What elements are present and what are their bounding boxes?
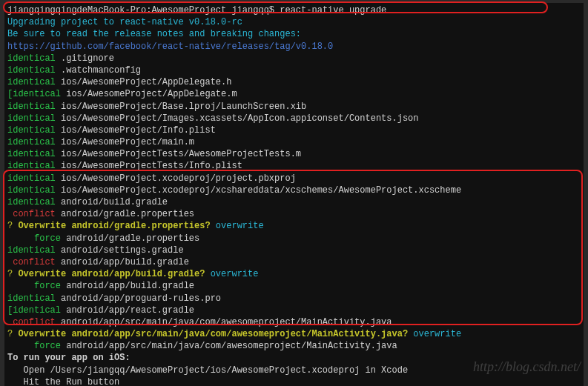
overwrite-question: Overwrite android/app/build.gradle?	[13, 269, 205, 279]
release-url: https://github.com/facebook/react-native…	[7, 41, 333, 52]
file-path: android/app/build.gradle	[61, 281, 194, 291]
status-identical: identical	[7, 149, 56, 159]
file-path: android/app/react.gradle	[61, 305, 194, 316]
run-ios-header: To run your app on iOS:	[7, 352, 581, 364]
overwrite-question: Overwrite android/gradle.properties?	[13, 221, 210, 231]
status-identical: [identical	[7, 305, 61, 316]
file-path: android/app/src/main/java/com/awesomepro…	[56, 317, 392, 327]
overwrite-answer: overwrite	[408, 329, 461, 339]
upgrade-msg: Upgrading project to react-native v0.18.…	[7, 16, 581, 28]
status-identical: identical	[7, 161, 56, 171]
overwrite-question: Overwrite android/app/src/main/java/com/…	[13, 329, 408, 339]
file-path: ios/AwesomeProject/AppDelegate.h	[56, 77, 232, 87]
file-path: ios/AwesomeProject/Base.lproj/LaunchScre…	[56, 102, 306, 112]
file-path: .gitignore	[56, 53, 114, 64]
notes-msg: Be sure to read the release notes and br…	[7, 28, 581, 40]
command-text: react-native upgrade	[280, 5, 386, 16]
file-path: ios/AwesomeProject/Info.plist	[56, 125, 216, 136]
status-identical: identical	[7, 197, 56, 207]
status-conflict: conflict	[7, 317, 56, 327]
file-path: ios/AwesomeProjectTests/AwesomeProjectTe…	[56, 149, 301, 159]
file-path: android/build.gradle	[56, 197, 168, 207]
status-identical: identical	[7, 102, 56, 112]
status-identical: identical	[7, 53, 56, 64]
status-force: force	[7, 233, 61, 244]
status-conflict: conflict	[7, 257, 56, 267]
file-path: ios/AwesomeProject.xcodeproj/xcshareddat…	[56, 185, 461, 196]
run-ios-step: Hit the Run button	[7, 376, 581, 386]
status-identical: identical	[7, 185, 56, 196]
file-path: ios/AwesomeProject/main.m	[56, 137, 194, 147]
status-identical: identical	[7, 65, 56, 76]
file-path: android/app/build.gradle	[56, 257, 189, 267]
status-conflict: conflict	[7, 209, 56, 219]
file-path: .watchmanconfig	[56, 65, 141, 76]
status-force: force	[7, 281, 61, 291]
file-path: ios/AwesomeProjectTests/Info.plist	[56, 161, 242, 171]
terminal-output: jiangqingqingdeMacBook-Pro:AwesomeProjec…	[4, 3, 584, 386]
status-identical: identical	[7, 125, 56, 136]
status-identical: identical	[7, 173, 56, 184]
file-path: android/gradle.properties	[61, 233, 199, 244]
status-force: force	[7, 341, 61, 351]
file-path: android/app/proguard-rules.pro	[56, 293, 221, 304]
prompt-host: jiangqingqingdeMacBook-Pro:AwesomeProjec…	[7, 5, 280, 16]
file-path: android/gradle.properties	[56, 209, 194, 219]
status-identical: [identical	[7, 89, 61, 99]
file-path: ios/AwesomeProject/Images.xcassets/AppIc…	[56, 113, 419, 124]
file-path: ios/AwesomeProject.xcodeproj/project.pbx…	[56, 173, 296, 184]
status-identical: identical	[7, 113, 56, 124]
run-ios-step: Open /Users/jiangqq/AwesomeProject/ios/A…	[7, 365, 581, 376]
file-path: ios/AwesomeProject/AppDelegate.m	[61, 89, 237, 99]
file-path: android/settings.gradle	[56, 245, 184, 256]
status-identical: identical	[7, 293, 56, 304]
overwrite-answer: overwrite	[211, 221, 264, 231]
status-identical: identical	[7, 77, 56, 87]
status-identical: identical	[7, 245, 56, 256]
file-path: android/app/src/main/java/com/awesomepro…	[61, 341, 397, 351]
status-identical: identical	[7, 137, 56, 147]
overwrite-answer: overwrite	[205, 269, 258, 279]
